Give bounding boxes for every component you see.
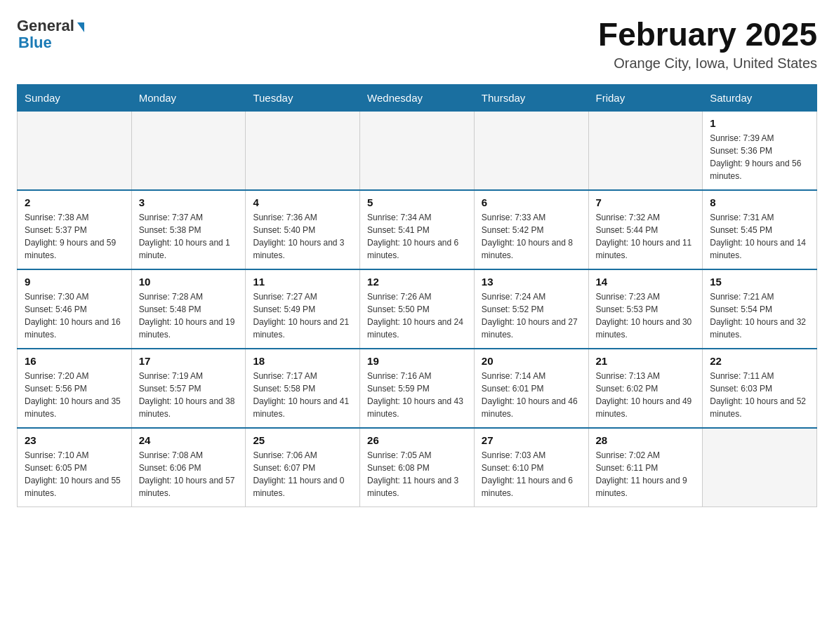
day-info: Sunrise: 7:27 AMSunset: 5:49 PMDaylight:…	[253, 290, 352, 341]
calendar-cell: 19Sunrise: 7:16 AMSunset: 5:59 PMDayligh…	[360, 349, 475, 428]
calendar-cell	[131, 111, 246, 190]
header-day-monday: Monday	[131, 84, 246, 111]
day-number: 9	[25, 276, 124, 288]
calendar-cell: 22Sunrise: 7:11 AMSunset: 6:03 PMDayligh…	[703, 349, 817, 428]
calendar-cell: 16Sunrise: 7:20 AMSunset: 5:56 PMDayligh…	[18, 349, 132, 428]
day-info: Sunrise: 7:20 AMSunset: 5:56 PMDaylight:…	[25, 370, 124, 420]
calendar-cell: 3Sunrise: 7:37 AMSunset: 5:38 PMDaylight…	[131, 190, 246, 269]
day-number: 24	[139, 434, 239, 446]
day-info: Sunrise: 7:34 AMSunset: 5:41 PMDaylight:…	[367, 211, 467, 262]
calendar-cell: 24Sunrise: 7:08 AMSunset: 6:06 PMDayligh…	[131, 428, 246, 507]
calendar-cell: 21Sunrise: 7:13 AMSunset: 6:02 PMDayligh…	[588, 349, 703, 428]
calendar-cell: 4Sunrise: 7:36 AMSunset: 5:40 PMDaylight…	[246, 190, 360, 269]
day-info: Sunrise: 7:30 AMSunset: 5:46 PMDaylight:…	[25, 290, 124, 341]
day-info: Sunrise: 7:26 AMSunset: 5:50 PMDaylight:…	[367, 290, 467, 341]
day-number: 26	[367, 434, 467, 446]
header-day-sunday: Sunday	[18, 84, 132, 111]
calendar-cell: 7Sunrise: 7:32 AMSunset: 5:44 PMDaylight…	[588, 190, 703, 269]
day-number: 6	[482, 196, 581, 208]
calendar-cell: 12Sunrise: 7:26 AMSunset: 5:50 PMDayligh…	[360, 269, 475, 349]
day-info: Sunrise: 7:31 AMSunset: 5:45 PMDaylight:…	[710, 211, 809, 262]
header-day-wednesday: Wednesday	[360, 84, 475, 111]
logo-blue-text: Blue	[17, 34, 52, 52]
day-number: 16	[25, 355, 124, 367]
day-info: Sunrise: 7:28 AMSunset: 5:48 PMDaylight:…	[139, 290, 239, 341]
month-title: February 2025	[598, 17, 817, 53]
day-number: 12	[367, 276, 467, 288]
day-number: 25	[253, 434, 352, 446]
calendar-cell: 10Sunrise: 7:28 AMSunset: 5:48 PMDayligh…	[131, 269, 246, 349]
day-number: 14	[596, 276, 696, 288]
day-info: Sunrise: 7:06 AMSunset: 6:07 PMDaylight:…	[253, 449, 352, 499]
calendar-cell	[588, 111, 703, 190]
calendar-cell: 1Sunrise: 7:39 AMSunset: 5:36 PMDaylight…	[703, 111, 817, 190]
day-number: 23	[25, 434, 124, 446]
calendar-table: SundayMondayTuesdayWednesdayThursdayFrid…	[17, 84, 817, 507]
logo-general-text: General	[17, 17, 74, 35]
day-number: 20	[482, 355, 581, 367]
calendar-cell: 5Sunrise: 7:34 AMSunset: 5:41 PMDaylight…	[360, 190, 475, 269]
calendar-body: 1Sunrise: 7:39 AMSunset: 5:36 PMDaylight…	[18, 111, 817, 507]
calendar-cell: 25Sunrise: 7:06 AMSunset: 6:07 PMDayligh…	[246, 428, 360, 507]
day-number: 3	[139, 196, 239, 208]
day-number: 1	[710, 117, 809, 129]
header-day-friday: Friday	[588, 84, 703, 111]
day-number: 10	[139, 276, 239, 288]
day-number: 7	[596, 196, 696, 208]
header-day-tuesday: Tuesday	[246, 84, 360, 111]
calendar-cell: 6Sunrise: 7:33 AMSunset: 5:42 PMDaylight…	[474, 190, 588, 269]
calendar-cell: 11Sunrise: 7:27 AMSunset: 5:49 PMDayligh…	[246, 269, 360, 349]
day-number: 19	[367, 355, 467, 367]
day-number: 5	[367, 196, 467, 208]
day-number: 15	[710, 276, 809, 288]
day-number: 13	[482, 276, 581, 288]
day-number: 18	[253, 355, 352, 367]
calendar-cell: 23Sunrise: 7:10 AMSunset: 6:05 PMDayligh…	[18, 428, 132, 507]
calendar-cell: 9Sunrise: 7:30 AMSunset: 5:46 PMDaylight…	[18, 269, 132, 349]
day-info: Sunrise: 7:37 AMSunset: 5:38 PMDaylight:…	[139, 211, 239, 262]
day-number: 2	[25, 196, 124, 208]
day-number: 28	[596, 434, 696, 446]
day-info: Sunrise: 7:36 AMSunset: 5:40 PMDaylight:…	[253, 211, 352, 262]
logo-arrow-icon	[77, 22, 84, 32]
day-number: 21	[596, 355, 696, 367]
day-info: Sunrise: 7:32 AMSunset: 5:44 PMDaylight:…	[596, 211, 696, 262]
calendar-cell: 20Sunrise: 7:14 AMSunset: 6:01 PMDayligh…	[474, 349, 588, 428]
calendar-cell	[474, 111, 588, 190]
header-day-saturday: Saturday	[703, 84, 817, 111]
day-info: Sunrise: 7:11 AMSunset: 6:03 PMDaylight:…	[710, 370, 809, 420]
calendar-cell: 14Sunrise: 7:23 AMSunset: 5:53 PMDayligh…	[588, 269, 703, 349]
title-area: February 2025 Orange City, Iowa, United …	[598, 17, 817, 72]
week-row-3: 16Sunrise: 7:20 AMSunset: 5:56 PMDayligh…	[18, 349, 817, 428]
day-info: Sunrise: 7:02 AMSunset: 6:11 PMDaylight:…	[596, 449, 696, 499]
day-info: Sunrise: 7:39 AMSunset: 5:36 PMDaylight:…	[710, 132, 809, 182]
calendar-header: SundayMondayTuesdayWednesdayThursdayFrid…	[18, 84, 817, 111]
day-info: Sunrise: 7:14 AMSunset: 6:01 PMDaylight:…	[482, 370, 581, 420]
day-number: 8	[710, 196, 809, 208]
calendar-cell: 17Sunrise: 7:19 AMSunset: 5:57 PMDayligh…	[131, 349, 246, 428]
day-info: Sunrise: 7:24 AMSunset: 5:52 PMDaylight:…	[482, 290, 581, 341]
day-info: Sunrise: 7:23 AMSunset: 5:53 PMDaylight:…	[596, 290, 696, 341]
calendar-cell	[18, 111, 132, 190]
logo-text: General	[17, 17, 84, 35]
day-number: 22	[710, 355, 809, 367]
calendar-cell: 27Sunrise: 7:03 AMSunset: 6:10 PMDayligh…	[474, 428, 588, 507]
logo: General Blue	[17, 17, 84, 52]
header-day-thursday: Thursday	[474, 84, 588, 111]
week-row-4: 23Sunrise: 7:10 AMSunset: 6:05 PMDayligh…	[18, 428, 817, 507]
day-info: Sunrise: 7:03 AMSunset: 6:10 PMDaylight:…	[482, 449, 581, 499]
week-row-0: 1Sunrise: 7:39 AMSunset: 5:36 PMDaylight…	[18, 111, 817, 190]
calendar-cell	[246, 111, 360, 190]
day-number: 11	[253, 276, 352, 288]
calendar-cell: 18Sunrise: 7:17 AMSunset: 5:58 PMDayligh…	[246, 349, 360, 428]
day-info: Sunrise: 7:16 AMSunset: 5:59 PMDaylight:…	[367, 370, 467, 420]
day-info: Sunrise: 7:38 AMSunset: 5:37 PMDaylight:…	[25, 211, 124, 262]
header-row: SundayMondayTuesdayWednesdayThursdayFrid…	[18, 84, 817, 111]
day-info: Sunrise: 7:10 AMSunset: 6:05 PMDaylight:…	[25, 449, 124, 499]
day-info: Sunrise: 7:21 AMSunset: 5:54 PMDaylight:…	[710, 290, 809, 341]
calendar-cell: 2Sunrise: 7:38 AMSunset: 5:37 PMDaylight…	[18, 190, 132, 269]
day-number: 27	[482, 434, 581, 446]
day-number: 17	[139, 355, 239, 367]
week-row-1: 2Sunrise: 7:38 AMSunset: 5:37 PMDaylight…	[18, 190, 817, 269]
day-info: Sunrise: 7:08 AMSunset: 6:06 PMDaylight:…	[139, 449, 239, 499]
